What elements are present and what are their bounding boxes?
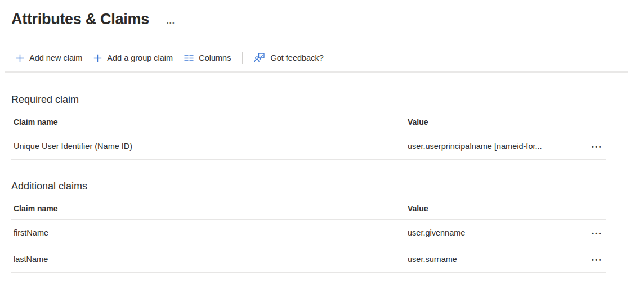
claim-value-cell[interactable]: user.surname: [405, 255, 578, 264]
table-row[interactable]: firstName user.givenname •••: [11, 220, 606, 246]
command-bar: Add new claim Add a group claim Columns: [10, 48, 633, 67]
claim-name-cell[interactable]: Unique User Identifier (Name ID): [11, 142, 405, 151]
add-group-claim-button[interactable]: Add a group claim: [88, 51, 178, 65]
column-header-claim-name[interactable]: Claim name: [11, 118, 405, 127]
more-options-icon[interactable]: …: [164, 17, 178, 25]
row-menu-cell: •••: [578, 228, 606, 237]
add-group-claim-label: Add a group claim: [107, 53, 173, 62]
claim-value-cell[interactable]: user.userprincipalname [nameid-for...: [405, 142, 578, 151]
additional-claims-table: Claim name Value firstName user.givennam…: [11, 197, 606, 273]
row-context-menu-icon[interactable]: •••: [591, 256, 603, 263]
claim-value-cell[interactable]: user.givenname: [405, 228, 578, 237]
additional-claims-heading: Additional claims: [11, 180, 633, 192]
got-feedback-button[interactable]: Got feedback?: [248, 50, 329, 66]
plus-icon: [16, 54, 24, 62]
claim-name-cell[interactable]: firstName: [11, 228, 405, 237]
attributes-claims-page: Attributes & Claims … Add new claim Add …: [0, 0, 644, 273]
row-menu-cell: •••: [578, 255, 606, 264]
required-claim-heading: Required claim: [11, 94, 633, 106]
row-menu-cell: •••: [578, 142, 606, 151]
claim-name-cell[interactable]: lastName: [11, 255, 405, 264]
columns-button[interactable]: Columns: [178, 51, 236, 65]
page-title: Attributes & Claims: [11, 11, 149, 28]
got-feedback-label: Got feedback?: [270, 53, 323, 62]
row-context-menu-icon[interactable]: •••: [591, 230, 603, 237]
column-header-claim-name[interactable]: Claim name: [11, 204, 405, 213]
table-header-row: Claim name Value: [11, 197, 606, 220]
plus-icon: [93, 54, 102, 62]
columns-label: Columns: [199, 53, 231, 62]
row-context-menu-icon[interactable]: •••: [591, 143, 603, 150]
add-new-claim-button[interactable]: Add new claim: [10, 51, 88, 65]
toolbar-divider: [5, 71, 628, 73]
column-header-value[interactable]: Value: [405, 118, 578, 127]
table-row[interactable]: Unique User Identifier (Name ID) user.us…: [11, 133, 606, 160]
required-claims-table: Claim name Value Unique User Identifier …: [11, 111, 606, 160]
page-header: Attributes & Claims …: [11, 8, 633, 30]
column-header-value[interactable]: Value: [405, 204, 578, 213]
columns-icon: [184, 55, 194, 62]
toolbar-separator: [242, 52, 243, 64]
add-new-claim-label: Add new claim: [29, 53, 82, 62]
table-row[interactable]: lastName user.surname •••: [11, 246, 606, 273]
table-header-row: Claim name Value: [11, 111, 606, 133]
feedback-person-icon: [254, 52, 265, 64]
